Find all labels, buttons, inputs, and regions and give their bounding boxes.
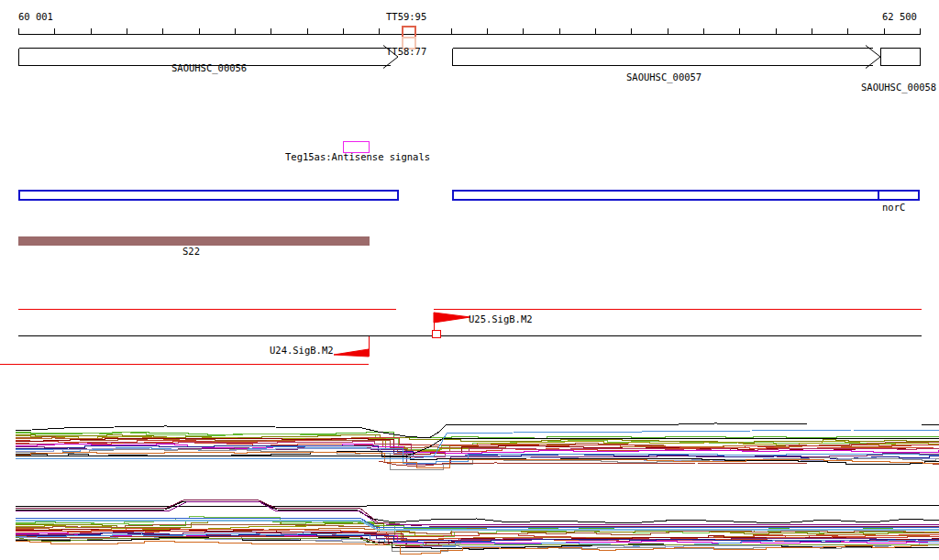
gene-arrow-SAOUHSC_00057[interactable] [453,46,881,69]
gene-arrow-SAOUHSC_00058[interactable] [881,49,921,66]
coverage-panel-2[interactable] [16,500,939,554]
srna-label-s22[interactable]: S22 [182,247,200,257]
coverage-panel-1[interactable] [16,423,939,469]
srna-s22-bar[interactable] [18,236,370,246]
terminator-label-tt59[interactable]: TT59:95 [386,12,426,22]
antisense-signal-label[interactable]: Teg15as:Antisense signals [285,152,430,162]
tss-flag-U25[interactable] [433,313,471,338]
tss-flag-U24[interactable] [334,336,370,357]
ruler-start-coordinate: 60 001 [18,12,53,22]
coverage-panel-1-bottom-darkred [379,461,939,467]
genome-browser-view: 60 001 62 500 TT59:95 TT58:77 SAOUHSC_00… [0,0,939,560]
tss-label-u25[interactable]: U25.SigB.M2 [469,314,533,324]
transcript-track[interactable] [0,310,922,365]
operon-label-norc[interactable]: norC [882,203,905,213]
gene-label-saouhsc-00057[interactable]: SAOUHSC_00057 [626,72,701,82]
coverage-panel-2-black-straight [16,505,939,506]
tt59-marker-box[interactable] [403,27,415,38]
operon-box-left[interactable] [19,191,398,200]
ruler[interactable] [18,28,921,35]
operon-box-norC[interactable] [453,190,919,201]
genome-tracks-canvas [0,0,939,560]
gene-label-saouhsc-00056[interactable]: SAOUHSC_00056 [171,63,247,73]
gene-label-saouhsc-00058[interactable]: SAOUHSC_00058 [861,82,936,93]
coverage-panel-2-maroon-top [16,500,939,527]
tss-label-u24[interactable]: U24.SigB.M2 [270,346,334,356]
ruler-end-coordinate: 62 500 [882,12,917,22]
terminator-label-tt58[interactable]: TT58:77 [386,47,426,57]
